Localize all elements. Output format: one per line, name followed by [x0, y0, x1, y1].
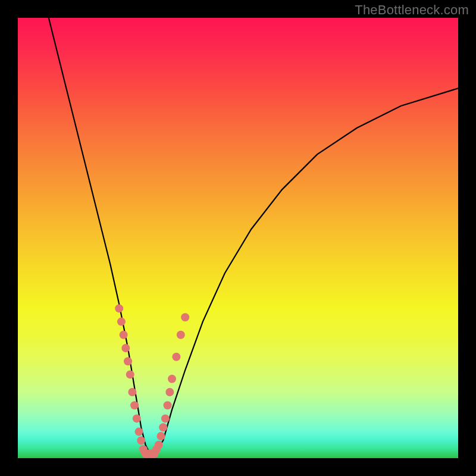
- sample-dot: [128, 388, 136, 396]
- chart-svg: [18, 18, 458, 458]
- sample-dot: [135, 428, 143, 436]
- sample-dot: [120, 331, 128, 339]
- watermark-text: TheBottleneck.com: [355, 2, 469, 18]
- sample-dot: [168, 375, 176, 383]
- plot-area: [18, 18, 458, 458]
- bottleneck-curve: [49, 18, 458, 454]
- sample-dot: [130, 401, 139, 409]
- sample-dot: [133, 414, 141, 422]
- sample-dot: [181, 313, 189, 321]
- sample-dot: [137, 436, 145, 444]
- sample-dot: [121, 344, 130, 352]
- chart-frame: TheBottleneck.com: [0, 0, 476, 476]
- sample-dot: [165, 388, 174, 396]
- sample-dot: [155, 441, 163, 449]
- sample-dot: [157, 432, 165, 440]
- sample-dot: [177, 331, 185, 339]
- sample-dot: [126, 370, 134, 378]
- sample-dots-group: [115, 304, 189, 458]
- sample-dot: [159, 423, 167, 431]
- sample-dot: [117, 318, 126, 326]
- sample-dot: [172, 353, 180, 361]
- sample-dot: [164, 401, 172, 409]
- sample-dot: [115, 304, 123, 312]
- sample-dot: [161, 414, 170, 422]
- sample-dot: [124, 357, 132, 365]
